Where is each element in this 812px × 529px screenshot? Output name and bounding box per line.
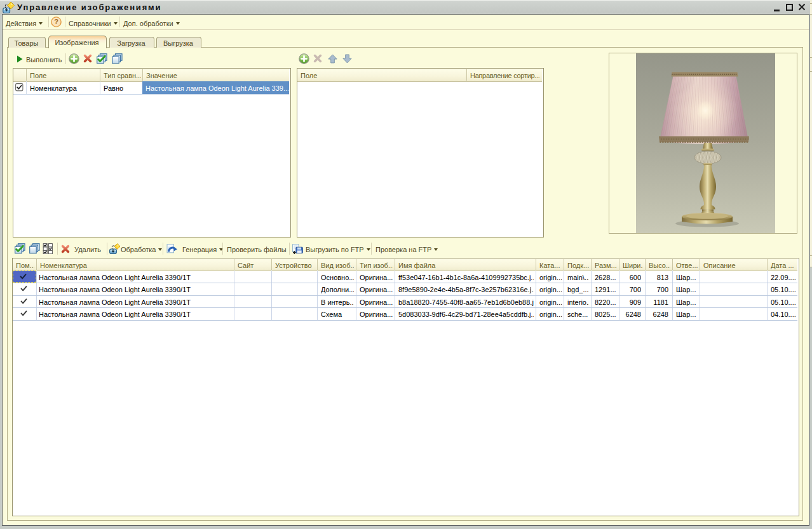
svg-text:?: ? [54, 18, 58, 25]
